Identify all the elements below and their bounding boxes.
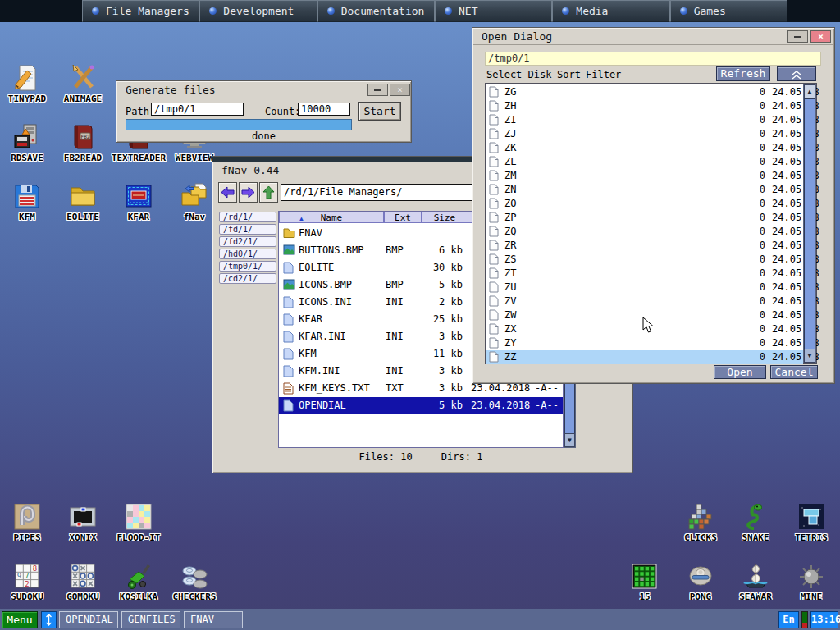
forward-button[interactable]: [239, 182, 258, 203]
count-input[interactable]: 10000: [298, 103, 350, 116]
column-header-name[interactable]: ▲ Name: [279, 212, 384, 223]
files-count: Files: 10: [359, 451, 413, 463]
file-row-zq[interactable]: ZQ024.05.18: [486, 225, 803, 239]
menubar-item-net[interactable]: NET: [435, 0, 552, 22]
desktop-icon-xonix[interactable]: XONIX: [55, 503, 111, 543]
file-row-zw[interactable]: ZW024.05.18: [486, 308, 803, 322]
go-up-button[interactable]: [777, 66, 816, 81]
scroll-down-icon[interactable]: ▼: [804, 349, 815, 363]
clicks-icon: [687, 503, 714, 531]
file-size: 6 kb: [415, 242, 463, 259]
keyboard-layout-button[interactable]: En: [778, 611, 799, 628]
desktop-icon-rdsave[interactable]: RDSAVE: [0, 123, 55, 163]
disk-button-cd21[interactable]: /cd2/1/: [219, 273, 276, 284]
cancel-button[interactable]: Cancel: [770, 365, 818, 379]
file-row-zp[interactable]: ZP024.05.18: [486, 211, 803, 225]
desktop-icon-tetris[interactable]: TETRIS: [783, 503, 839, 543]
file-row-zs[interactable]: ZS024.05.18: [486, 253, 803, 267]
file-name: ZI: [504, 113, 516, 127]
menubar-item-file-managers[interactable]: File Managers: [82, 0, 199, 22]
minimize-button[interactable]: [368, 84, 388, 96]
desktop-icon-kosilka[interactable]: KOSILKA: [111, 562, 167, 602]
fnav-title: fNav 0.44: [213, 164, 279, 176]
menubar-item-documentation[interactable]: Documentation: [317, 0, 435, 22]
open-button[interactable]: Open: [714, 365, 766, 379]
desktop-icon-fb2read[interactable]: FB2FB2READ: [55, 123, 111, 163]
menu-select-disk[interactable]: Select Disk: [486, 69, 551, 80]
menubar-item-media[interactable]: Media: [552, 0, 669, 22]
desktop-icon-label: MINE: [783, 591, 839, 602]
open-dialog-scrollbar[interactable]: ▲ ▼: [803, 84, 816, 363]
menu-filter[interactable]: Filter: [586, 69, 621, 80]
desktop-icon-snake[interactable]: SNAKE: [728, 503, 783, 543]
file-row-zl[interactable]: ZL024.05.18: [486, 155, 803, 169]
desktop-icon-pong[interactable]: PONG: [673, 562, 728, 602]
minimize-button[interactable]: [788, 30, 808, 43]
close-button[interactable]: ×: [390, 84, 410, 96]
file-row-zi[interactable]: ZI024.05.18: [486, 113, 803, 127]
file-row-zo[interactable]: ZO024.05.18: [486, 197, 803, 211]
desktop-icon-seawar[interactable]: SEAWAR: [728, 562, 783, 602]
column-header-size[interactable]: Size: [421, 212, 468, 223]
menu-sort[interactable]: Sort: [557, 69, 581, 80]
open-dialog-scrollbar-thumb[interactable]: [804, 98, 815, 350]
task-button-genfiles[interactable]: GENFILES: [121, 611, 180, 628]
column-header-ext[interactable]: Ext: [384, 212, 422, 223]
file-row-zr[interactable]: ZR024.05.18: [486, 239, 803, 253]
desktop-icon-mine[interactable]: MINE: [783, 562, 839, 602]
scroll-down-icon[interactable]: ▼: [564, 433, 575, 447]
desktop-icon-checkers[interactable]: CHECKERS: [167, 562, 222, 602]
file-page-icon: [489, 184, 499, 195]
window-switcher-button[interactable]: [41, 611, 57, 628]
count-label: Count:: [265, 106, 300, 117]
file-row-zg[interactable]: ZG024.05.18: [486, 85, 803, 99]
open-dialog-path-input[interactable]: /tmp0/1: [485, 52, 821, 66]
desktop-icon-sudoku[interactable]: 8972SUDOKU: [0, 562, 55, 602]
start-button[interactable]: Start: [358, 102, 401, 121]
file-row-opendial[interactable]: OPENDIAL5 kb23.04.2018-A--: [279, 397, 563, 414]
file-row-zx[interactable]: ZX024.05.18: [486, 322, 803, 336]
disk-button-tmp01[interactable]: /tmp0/1/: [219, 261, 276, 272]
desktop-icon-kfm[interactable]: KFM: [0, 182, 55, 222]
scroll-up-icon[interactable]: ▲: [804, 84, 815, 98]
file-row-zv[interactable]: ZV024.05.18: [486, 294, 803, 308]
file-row-zt[interactable]: ZT024.05.18: [486, 267, 803, 281]
path-input[interactable]: /tmp0/1: [151, 103, 244, 116]
desktop-icon-animage[interactable]: ANIMAGE: [55, 64, 111, 104]
file-row-zh[interactable]: ZH024.05.18: [486, 99, 803, 113]
file-name: ZJ: [504, 127, 516, 141]
file-row-zk[interactable]: ZK024.05.18: [486, 141, 803, 155]
desktop-icon-pipes[interactable]: PIPES: [0, 503, 55, 543]
start-menu-button[interactable]: Menu: [2, 611, 38, 628]
task-button-opendial[interactable]: OPENDIAL: [59, 611, 118, 628]
refresh-button[interactable]: Refresh: [716, 66, 770, 81]
clock[interactable]: 13:16: [810, 611, 838, 628]
disk-button-rd1[interactable]: /rd/1/: [219, 212, 276, 222]
seawar-icon: [742, 562, 769, 590]
file-row-zu[interactable]: ZU024.05.18: [486, 281, 803, 294]
disk-button-hd01[interactable]: /hd0/1/: [219, 249, 276, 259]
file-row-zz[interactable]: ZZ024.05.18: [486, 350, 803, 364]
menubar-item-development[interactable]: Development: [199, 0, 317, 22]
file-row-zj[interactable]: ZJ024.05.18: [486, 127, 803, 141]
desktop-icon-15[interactable]: 15: [617, 562, 673, 602]
file-row-zm[interactable]: ZM024.05.18: [486, 169, 803, 183]
open-dialog-titlebar[interactable]: Open Dialog: [473, 29, 833, 45]
desktop-icon-tinypad[interactable]: TINYPAD: [0, 64, 55, 104]
file-icon: [283, 262, 295, 274]
disk-button-fd1[interactable]: /fd/1/: [219, 224, 276, 235]
file-row-zy[interactable]: ZY024.05.18: [486, 336, 803, 350]
generate-titlebar[interactable]: Generate files: [117, 82, 410, 98]
desktop-icon-clicks[interactable]: CLICKS: [673, 503, 728, 543]
close-button[interactable]: ×: [810, 30, 831, 43]
desktop-icon-eolite[interactable]: EOLITE: [55, 182, 111, 222]
desktop-icon-flood-it[interactable]: FLOOD-IT: [111, 503, 167, 543]
menubar-item-games[interactable]: Games: [670, 0, 788, 22]
desktop-icon-kfar[interactable]: KFAR: [111, 182, 167, 222]
desktop-icon-gomoku[interactable]: GOMOKU: [55, 562, 111, 602]
back-button[interactable]: [218, 182, 237, 203]
file-row-zn[interactable]: ZN024.05.18: [486, 183, 803, 197]
task-button-fnav[interactable]: FNAV: [184, 611, 243, 628]
disk-button-fd21[interactable]: /fd2/1/: [219, 236, 276, 247]
up-button[interactable]: [259, 182, 278, 203]
